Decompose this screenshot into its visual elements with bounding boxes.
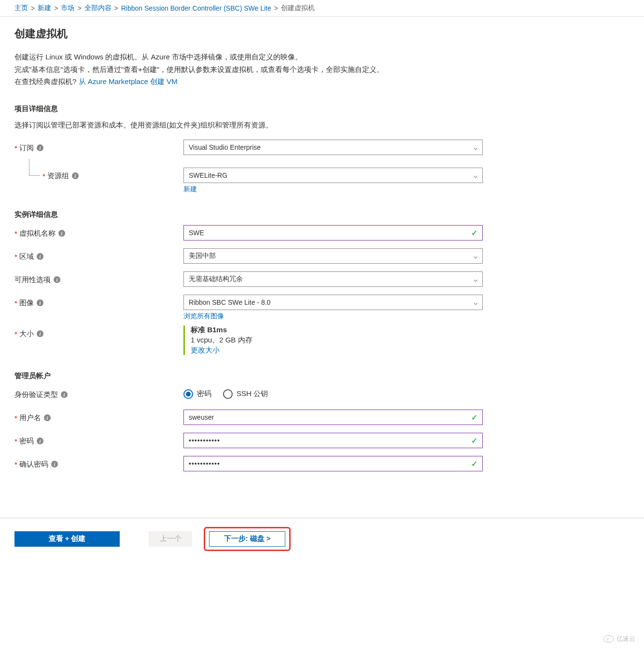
input-vm-name[interactable]: SWE ✓ — [183, 225, 483, 241]
link-new-resource-group[interactable]: 新建 — [183, 185, 197, 194]
breadcrumb-separator: > — [31, 4, 35, 12]
input-confirm-password[interactable]: ••••••••••• ✓ — [183, 456, 483, 471]
link-create-classic-vm[interactable]: 从 Azure Marketplace 创建 VM — [79, 77, 178, 85]
breadcrumb-separator: > — [54, 4, 58, 12]
info-icon[interactable]: i — [37, 253, 43, 260]
footer-bar: 查看 + 创建 上一个 下一步: 磁盘 > — [0, 518, 644, 570]
check-icon: ✓ — [471, 412, 477, 422]
breadcrumb-link-new[interactable]: 新建 — [38, 4, 51, 13]
info-icon[interactable]: i — [72, 172, 79, 179]
label-auth-type: 身份验证类型 i — [14, 386, 183, 399]
breadcrumb-separator: > — [114, 4, 118, 12]
dropdown-subscription[interactable]: Visual Studio Enterprise ⌵ — [183, 140, 483, 155]
section-desc-project: 选择订阅以管理已部署资源和成本。使用资源组(如文件夹)组织和管理所有资源。 — [14, 119, 507, 131]
breadcrumb-link-market[interactable]: 市场 — [61, 4, 74, 13]
radio-icon — [223, 389, 233, 399]
label-region: * 区域 i — [14, 248, 183, 261]
breadcrumb: 主页 > 新建 > 市场 > 全部内容 > Ribbon Session Bor… — [0, 0, 644, 17]
breadcrumb-separator: > — [274, 4, 278, 12]
section-heading-admin: 管理员帐户 — [14, 371, 507, 381]
label-image: * 图像 i — [14, 295, 183, 308]
label-size: * 大小 i — [14, 326, 183, 339]
intro-line2: 完成"基本信息"选项卡，然后通过"查看+创建"，使用默认参数来设置虚拟机，或查看… — [14, 63, 507, 76]
radio-icon — [183, 389, 193, 399]
link-browse-images[interactable]: 浏览所有图像 — [183, 312, 224, 321]
breadcrumb-current: 创建虚拟机 — [281, 4, 315, 13]
breadcrumb-separator: > — [77, 4, 81, 12]
breadcrumb-link-home[interactable]: 主页 — [14, 4, 28, 13]
chevron-down-icon: ⌵ — [474, 298, 477, 306]
size-block: 标准 B1ms 1 vcpu、2 GB 内存 更改大小 — [183, 326, 483, 355]
label-password: * 密码 i — [14, 433, 183, 446]
label-username: * 用户名 i — [14, 410, 183, 423]
info-icon[interactable]: i — [37, 299, 43, 306]
next-button[interactable]: 下一步: 磁盘 > — [209, 531, 285, 547]
chevron-down-icon: ⌵ — [474, 275, 477, 283]
input-password[interactable]: ••••••••••• ✓ — [183, 433, 483, 448]
size-name: 标准 B1ms — [191, 326, 483, 335]
check-icon: ✓ — [471, 436, 477, 445]
info-icon[interactable]: i — [54, 276, 60, 283]
dropdown-resource-group[interactable]: SWELite-RG ⌵ — [183, 168, 483, 183]
intro-line3-prefix: 在查找经典虚拟机? — [14, 77, 79, 85]
info-icon[interactable]: i — [37, 438, 43, 444]
chevron-down-icon: ⌵ — [474, 143, 477, 151]
radio-auth-ssh[interactable]: SSH 公钥 — [223, 389, 268, 399]
previous-button[interactable]: 上一个 — [149, 531, 192, 547]
info-icon[interactable]: i — [51, 461, 58, 468]
size-desc: 1 vcpu、2 GB 内存 — [191, 336, 483, 345]
dropdown-region[interactable]: 美国中部 ⌵ — [183, 248, 483, 264]
dropdown-availability[interactable]: 无需基础结构冗余 ⌵ — [183, 271, 483, 287]
info-icon[interactable]: i — [44, 414, 51, 421]
review-create-button[interactable]: 查看 + 创建 — [14, 531, 120, 547]
link-change-size[interactable]: 更改大小 — [191, 346, 220, 354]
breadcrumb-link-all[interactable]: 全部内容 — [84, 4, 112, 13]
label-resource-group: * 资源组 i — [14, 168, 183, 181]
chevron-down-icon: ⌵ — [474, 252, 477, 260]
info-icon[interactable]: i — [37, 144, 43, 151]
section-heading-project: 项目详细信息 — [14, 104, 507, 113]
highlight-box: 下一步: 磁盘 > — [204, 527, 291, 551]
page-title: 创建虚拟机 — [14, 27, 507, 41]
label-vm-name: * 虚拟机名称 i — [14, 225, 183, 238]
info-icon[interactable]: i — [37, 330, 43, 337]
info-icon[interactable]: i — [58, 230, 65, 237]
dropdown-image[interactable]: Ribbon SBC SWe Lite - 8.0 ⌵ — [183, 295, 483, 310]
info-icon[interactable]: i — [61, 391, 68, 398]
input-username[interactable]: sweuser ✓ — [183, 410, 483, 425]
breadcrumb-link-product[interactable]: Ribbon Session Border Controller (SBC) S… — [121, 4, 271, 12]
intro-text: 创建运行 Linux 或 Windows 的虚拟机。从 Azure 市场中选择镜… — [14, 51, 507, 88]
intro-line1: 创建运行 Linux 或 Windows 的虚拟机。从 Azure 市场中选择镜… — [14, 51, 507, 63]
label-availability: 可用性选项 i — [14, 271, 183, 284]
label-confirm-password: * 确认密码 i — [14, 456, 183, 469]
section-heading-instance: 实例详细信息 — [14, 210, 507, 219]
check-icon: ✓ — [471, 459, 477, 468]
radio-auth-password[interactable]: 密码 — [183, 389, 211, 399]
chevron-down-icon: ⌵ — [474, 171, 477, 179]
label-subscription: * 订阅 i — [14, 140, 183, 153]
check-icon: ✓ — [471, 228, 477, 237]
